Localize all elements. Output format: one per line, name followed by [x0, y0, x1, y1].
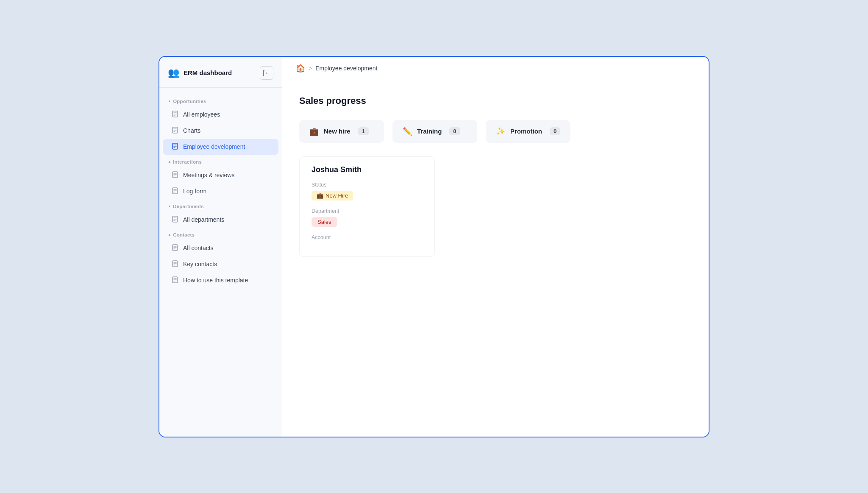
training-label: Training — [417, 128, 442, 135]
sidebar-item-employee-development[interactable]: Employee development — [163, 139, 278, 155]
app-title: ERM dashboard — [184, 69, 232, 76]
sidebar-header: 👥 ERM dashboard [← — [159, 57, 282, 88]
breadcrumb-separator: > — [309, 65, 312, 72]
page-icon — [171, 216, 179, 224]
logo-icon: 👥 — [168, 67, 179, 78]
sidebar-item-label: Employee development — [183, 143, 245, 150]
section-contacts: Contacts — [159, 228, 282, 240]
page-icon — [171, 276, 179, 284]
page-icon — [171, 127, 179, 135]
collapse-sidebar-button[interactable]: [← — [260, 66, 273, 80]
department-field-label: Department — [312, 208, 423, 214]
sidebar-logo: 👥 ERM dashboard — [168, 67, 232, 78]
department-field-group: Department Sales — [312, 208, 423, 227]
page-icon — [171, 260, 179, 268]
new-hire-emoji: 💼 — [309, 127, 319, 136]
sidebar-item-meetings-reviews[interactable]: Meetings & reviews — [163, 167, 278, 183]
stat-card-training[interactable]: ✏️ Training 0 — [392, 120, 477, 143]
breadcrumb-current-page: Employee development — [315, 65, 377, 72]
section-opportunities: Opportunities — [159, 95, 282, 106]
sidebar-item-label: All employees — [183, 111, 220, 118]
section-interactions: Interactions — [159, 155, 282, 167]
account-field-group: Account — [312, 234, 423, 240]
status-badge: 💼 New Hire — [312, 191, 353, 201]
sidebar-item-label: Key contacts — [183, 261, 217, 267]
employee-card: Joshua Smith Status 💼 New Hire Departmen… — [299, 156, 435, 257]
sidebar-item-log-form[interactable]: Log form — [163, 184, 278, 199]
stat-cards-row: 💼 New hire 1 ✏️ Training 0 ✨ Promotion 0 — [299, 120, 692, 143]
sidebar-item-label: Log form — [183, 188, 206, 195]
new-hire-count: 1 — [358, 127, 369, 135]
page-icon-active — [171, 143, 179, 151]
stat-card-new-hire[interactable]: 💼 New hire 1 — [299, 120, 384, 143]
promotion-count: 0 — [550, 127, 560, 135]
page-icon — [171, 171, 179, 179]
page-icon — [171, 244, 179, 252]
sidebar-item-label: How to use this template — [183, 277, 248, 284]
sidebar-item-all-departments[interactable]: All departments — [163, 212, 278, 228]
account-field-label: Account — [312, 234, 423, 240]
page-content: Sales progress 💼 New hire 1 ✏️ Training … — [282, 80, 709, 437]
department-badge: Sales — [312, 217, 337, 227]
promotion-emoji: ✨ — [496, 127, 505, 136]
sidebar-item-all-employees[interactable]: All employees — [163, 107, 278, 123]
sidebar-nav: Opportunities All employees Charts Emplo… — [159, 88, 282, 437]
status-emoji: 💼 — [317, 192, 323, 199]
sidebar: 👥 ERM dashboard [← Opportunities All emp… — [159, 57, 282, 437]
section-departments: Departments — [159, 200, 282, 212]
department-value: Sales — [317, 219, 331, 225]
page-icon — [171, 111, 179, 119]
sidebar-item-label: Charts — [183, 127, 200, 134]
sidebar-item-all-contacts[interactable]: All contacts — [163, 240, 278, 256]
training-count: 0 — [449, 127, 460, 135]
app-container: 👥 ERM dashboard [← Opportunities All emp… — [159, 56, 709, 437]
page-title: Sales progress — [299, 95, 692, 106]
status-value: New Hire — [326, 192, 348, 199]
sidebar-item-label: All contacts — [183, 245, 214, 251]
sidebar-item-how-to-use[interactable]: How to use this template — [163, 273, 278, 288]
page-icon — [171, 187, 179, 195]
main-content: 🏠 > Employee development Sales progress … — [282, 57, 709, 437]
collapse-icon: [← — [263, 70, 270, 76]
promotion-label: Promotion — [510, 128, 542, 135]
status-field-label: Status — [312, 182, 423, 188]
sidebar-item-label: All departments — [183, 216, 224, 223]
sidebar-item-charts[interactable]: Charts — [163, 123, 278, 139]
sidebar-item-key-contacts[interactable]: Key contacts — [163, 256, 278, 272]
breadcrumb: 🏠 > Employee development — [296, 64, 378, 73]
sidebar-item-label: Meetings & reviews — [183, 172, 234, 178]
status-field-group: Status 💼 New Hire — [312, 182, 423, 201]
stat-card-promotion[interactable]: ✨ Promotion 0 — [486, 120, 570, 143]
employee-name: Joshua Smith — [312, 165, 423, 174]
home-icon[interactable]: 🏠 — [296, 64, 305, 73]
training-emoji: ✏️ — [403, 127, 412, 136]
new-hire-label: New hire — [324, 128, 351, 135]
topbar: 🏠 > Employee development — [282, 57, 709, 80]
